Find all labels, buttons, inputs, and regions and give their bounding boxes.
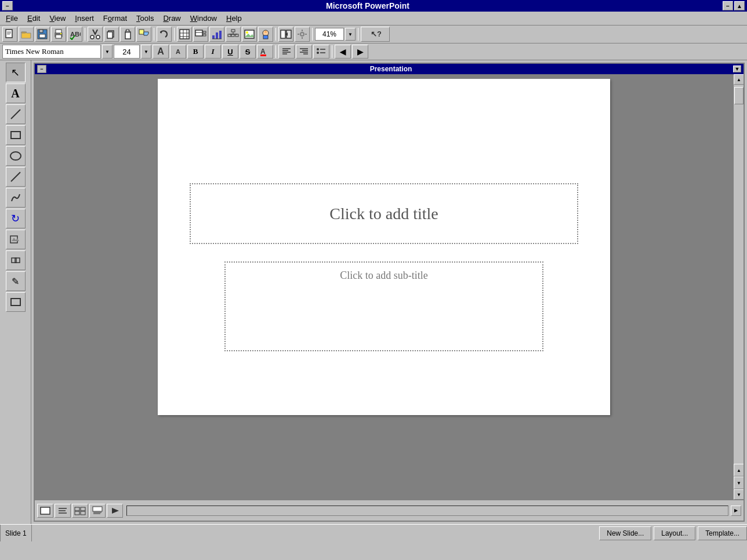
bullets-button[interactable] bbox=[313, 45, 329, 59]
help-cursor-button[interactable]: ↖? bbox=[361, 27, 390, 42]
system-menu-button[interactable]: − bbox=[2, 1, 13, 10]
scroll-thumb[interactable] bbox=[734, 87, 744, 104]
subtitle-placeholder[interactable]: Click to add sub-title bbox=[224, 261, 543, 351]
h-scroll-right-button[interactable]: ▶ bbox=[731, 506, 741, 516]
increase-font-button[interactable]: A bbox=[153, 45, 169, 59]
svg-rect-37 bbox=[231, 34, 234, 37]
transitions-button[interactable] bbox=[278, 27, 293, 42]
bold-button[interactable]: B bbox=[187, 45, 204, 59]
menu-edit[interactable]: Edit bbox=[24, 13, 43, 24]
svg-rect-11 bbox=[60, 33, 61, 34]
group-tool-button[interactable] bbox=[6, 250, 26, 270]
toolbar-separator-4 bbox=[275, 28, 276, 41]
zoom-dropdown[interactable]: ▼ bbox=[345, 28, 356, 41]
settings-button[interactable] bbox=[295, 27, 310, 42]
save-button[interactable] bbox=[35, 27, 50, 42]
insert-image-button[interactable] bbox=[242, 27, 257, 42]
scroll-prev-button[interactable]: ▲ bbox=[734, 464, 744, 477]
menu-view[interactable]: View bbox=[46, 13, 69, 24]
text-color-button[interactable]: A bbox=[257, 45, 273, 59]
outline-view-button[interactable] bbox=[55, 504, 71, 518]
slide-sorter-button[interactable] bbox=[72, 504, 88, 518]
ellipse-tool-button[interactable] bbox=[6, 146, 26, 166]
title-placeholder[interactable]: Click to add title bbox=[190, 183, 578, 244]
menu-tools[interactable]: Tools bbox=[133, 13, 157, 24]
clip-art-tool-button[interactable] bbox=[6, 230, 26, 249]
zoom-input[interactable]: 41% bbox=[315, 28, 344, 41]
print-button[interactable] bbox=[51, 27, 66, 42]
font-name-dropdown[interactable]: ▼ bbox=[102, 45, 113, 59]
promote-button[interactable]: ◀ bbox=[335, 45, 351, 59]
format-painter-button[interactable] bbox=[136, 27, 151, 42]
svg-point-67 bbox=[317, 48, 319, 50]
scroll-down-button[interactable]: ▼ bbox=[734, 489, 744, 500]
copy-button[interactable] bbox=[104, 27, 119, 42]
slide-canvas[interactable]: Click to add title Click to add sub-titl… bbox=[158, 79, 610, 415]
svg-rect-38 bbox=[235, 34, 238, 37]
svg-rect-78 bbox=[15, 258, 20, 263]
paste-button[interactable] bbox=[120, 27, 135, 42]
pen-tool-button[interactable]: ✎ bbox=[6, 271, 26, 291]
template-button[interactable]: Template... bbox=[698, 526, 747, 540]
maximize-button[interactable]: ▲ bbox=[734, 1, 745, 10]
new-slide-button[interactable]: New Slide... bbox=[599, 526, 651, 540]
strikethrough-button[interactable]: S bbox=[240, 45, 256, 59]
svg-rect-16 bbox=[107, 32, 113, 38]
line-tool-button[interactable] bbox=[6, 104, 26, 124]
toolbar-separator-1 bbox=[85, 28, 85, 41]
scroll-up-button[interactable]: ▲ bbox=[734, 74, 744, 85]
decrease-font-button[interactable]: A bbox=[170, 45, 186, 59]
slide-status: Slide 1 bbox=[0, 525, 32, 541]
pointer-tool-button[interactable]: ↖ bbox=[6, 63, 26, 82]
svg-point-73 bbox=[10, 152, 21, 160]
notes-view-button[interactable] bbox=[89, 504, 106, 518]
slide-view-button[interactable] bbox=[37, 504, 53, 518]
clipart-button[interactable] bbox=[258, 27, 273, 42]
underline-button[interactable]: U bbox=[222, 45, 238, 59]
menu-window[interactable]: Window bbox=[187, 13, 220, 24]
format-separator-2 bbox=[332, 45, 332, 58]
align-right-button[interactable] bbox=[296, 45, 312, 59]
svg-rect-58 bbox=[260, 54, 266, 56]
org-chart-button[interactable] bbox=[226, 27, 241, 42]
menu-file[interactable]: File bbox=[2, 13, 21, 24]
font-size-dropdown[interactable]: ▼ bbox=[141, 45, 151, 59]
italic-button[interactable]: I bbox=[205, 45, 221, 59]
pres-system-menu[interactable]: − bbox=[37, 65, 46, 73]
menu-insert[interactable]: Insert bbox=[71, 13, 97, 24]
new-button[interactable] bbox=[2, 27, 17, 42]
menu-draw[interactable]: Draw bbox=[159, 13, 184, 24]
cut-button[interactable] bbox=[88, 27, 103, 42]
font-size-input[interactable]: 24 bbox=[114, 45, 140, 59]
minimize-button[interactable]: − bbox=[723, 1, 733, 10]
svg-point-42 bbox=[246, 31, 248, 34]
scroll-next-button[interactable]: ▼ bbox=[734, 477, 744, 489]
slide-show-button[interactable] bbox=[107, 504, 123, 518]
slide-layout-button[interactable] bbox=[193, 27, 208, 42]
toolbar-separator-5 bbox=[312, 28, 313, 41]
spellcheck-button[interactable]: ABC bbox=[67, 27, 82, 42]
insert-table-button[interactable] bbox=[177, 27, 192, 42]
open-button[interactable] bbox=[19, 27, 34, 42]
rotate-tool-button[interactable]: ↻ bbox=[6, 209, 26, 228]
svg-rect-72 bbox=[11, 132, 20, 139]
text-tool-button[interactable]: A bbox=[6, 83, 26, 103]
pres-scroll-down-btn[interactable]: ▼ bbox=[733, 66, 741, 72]
rectangle-tool-button[interactable] bbox=[6, 125, 26, 145]
svg-rect-6 bbox=[39, 30, 43, 32]
freeform-tool-button[interactable] bbox=[6, 188, 26, 208]
menu-format[interactable]: Format bbox=[100, 13, 130, 24]
arc-tool-button[interactable] bbox=[6, 167, 26, 187]
svg-rect-36 bbox=[228, 34, 231, 37]
layout-button[interactable]: Layout... bbox=[654, 526, 695, 540]
svg-rect-27 bbox=[195, 30, 202, 36]
demote-button[interactable]: ▶ bbox=[352, 45, 368, 59]
undo-button[interactable] bbox=[157, 27, 172, 42]
box-tool-button[interactable] bbox=[6, 292, 26, 312]
font-name-input[interactable]: Times New Roman bbox=[2, 45, 101, 59]
svg-rect-22 bbox=[180, 30, 189, 39]
svg-marker-76 bbox=[12, 238, 19, 241]
insert-chart-button[interactable] bbox=[209, 27, 224, 42]
menu-help[interactable]: Help bbox=[223, 13, 245, 24]
align-left-button[interactable] bbox=[278, 45, 295, 59]
